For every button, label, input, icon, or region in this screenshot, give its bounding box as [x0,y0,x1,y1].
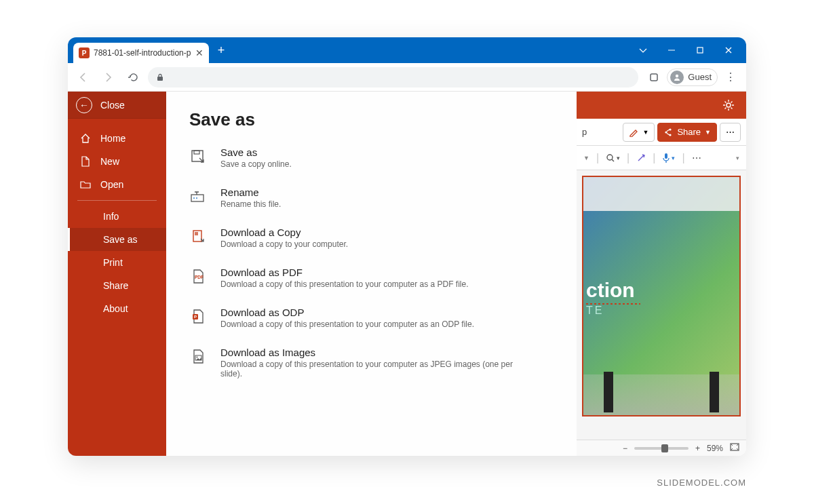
folder-icon [80,180,91,189]
option-title: Rename [220,187,281,198]
option-save-as[interactable]: Save as Save a copy online. [189,147,528,169]
odp-icon: P [189,308,207,326]
option-download-images[interactable]: Download as Images Download a copy of th… [189,347,528,379]
more-tools-icon[interactable]: ⋯ [692,153,701,163]
svg-point-19 [665,131,667,133]
dictate-mic-icon[interactable]: ▾ [662,153,675,163]
find-tool-icon[interactable]: ▾ [606,153,620,163]
download-copy-icon [189,228,207,246]
sidebar-item-save-as[interactable]: Save as [68,228,166,251]
profile-chip[interactable]: Guest [667,69,718,86]
option-title: Save as [220,147,292,158]
option-download-copy[interactable]: Download a Copy Download a copy to your … [189,227,528,249]
browser-tab[interactable]: P 7881-01-self-introduction-powe ✕ [73,43,209,63]
sidebar-item-about[interactable]: About [68,297,166,320]
tab-title: 7881-01-self-introduction-powe [94,48,191,58]
share-button[interactable]: Share ▼ [657,123,717,142]
share-icon [663,128,673,137]
sidebar-item-label: Info [103,211,119,222]
editor-topbar: p ▼ Share ▼ ⋯ [577,119,746,146]
close-label: Close [100,100,125,111]
sidebar-item-print[interactable]: Print [68,251,166,274]
browser-toolbar: Guest ⋮ [68,63,746,92]
option-rename[interactable]: Rename Rename this file. [189,187,528,209]
page-title: Save as [189,109,577,130]
reload-button[interactable] [123,69,141,86]
option-title: Download as ODP [220,307,474,318]
designer-wand-icon[interactable] [636,153,646,163]
svg-text:P: P [194,315,197,319]
sidebar-item-open[interactable]: Open [68,173,166,196]
forward-button[interactable] [99,69,117,86]
save-as-icon [189,148,207,166]
zoom-slider[interactable] [634,447,689,450]
sidebar-item-label: Home [100,133,125,144]
svg-rect-22 [665,153,667,159]
slide-subtitle-fragment: TE [586,305,640,317]
back-arrow-icon [76,97,92,113]
chevron-down-icon[interactable] [629,40,657,60]
svg-rect-1 [697,47,703,53]
close-window-button[interactable] [715,40,742,60]
address-bar[interactable] [148,67,638,88]
sidebar-item-new[interactable]: New [68,150,166,173]
option-desc: Download a copy to your computer. [220,239,348,249]
zoom-out-button[interactable]: − [623,444,627,453]
powerpoint-favicon-icon: P [79,47,90,58]
svg-point-9 [196,197,197,199]
svg-rect-2 [157,77,163,81]
option-desc: Download a copy of this presentation to … [220,360,528,379]
fit-to-window-icon[interactable] [730,443,739,453]
sidebar-item-label: Open [100,179,123,190]
save-as-pane: Save as Save as Save a copy online. Rena… [166,92,577,456]
slide-title-fragment: ction [586,279,635,301]
tab-close-icon[interactable]: ✕ [195,47,204,58]
svg-point-8 [193,197,195,199]
sidebar-item-label: Print [103,257,123,268]
option-desc: Rename this file. [220,199,281,209]
browser-titlebar: P 7881-01-self-introduction-powe ✕ + [68,37,746,63]
svg-point-17 [726,103,731,107]
editor-toolbar-row: ▼ | ▾ | | ▾ | ⋯ ▾ [577,146,746,170]
pen-mode-button[interactable]: ▼ [623,123,655,142]
svg-point-20 [670,134,672,136]
option-download-pdf[interactable]: PDF Download as PDF Download a copy of t… [189,267,528,289]
svg-text:PDF: PDF [195,275,204,279]
avatar-icon [670,71,684,84]
close-backstage-button[interactable]: Close [68,92,166,119]
toolbar-help-label: p [582,127,587,137]
zoom-level: 59% [707,444,723,453]
slide-thumbnail[interactable]: ction TE [582,176,741,416]
svg-rect-11 [195,232,198,235]
back-button[interactable] [75,69,92,86]
sidebar-divider [77,200,157,201]
extensions-icon[interactable] [645,69,663,86]
slide-preview-area: ction TE [577,170,746,440]
new-tab-button[interactable]: + [212,41,231,60]
sidebar-item-home[interactable]: Home [68,127,166,150]
profile-label: Guest [688,72,712,82]
watermark-text: SLIDEMODEL.COM [657,478,746,488]
sidebar-item-label: Save as [103,234,138,245]
svg-point-4 [676,74,678,77]
option-title: Download a Copy [220,227,348,238]
option-title: Download as Images [220,347,528,358]
app-ribbon-bar [577,92,746,119]
zoom-in-button[interactable]: + [695,444,700,453]
minimize-button[interactable] [658,40,685,60]
overflow-menu-button[interactable]: ⋯ [720,123,741,142]
lock-icon [156,73,164,81]
option-download-odp[interactable]: P Download as ODP Download a copy of thi… [189,307,528,329]
pdf-icon: PDF [189,268,207,286]
option-desc: Save a copy online. [220,159,292,169]
pen-icon [629,128,638,137]
settings-gear-icon[interactable] [719,96,738,115]
home-icon [80,133,91,144]
sidebar-item-info[interactable]: Info [68,205,166,228]
menu-dots-icon[interactable]: ⋮ [722,69,739,86]
maximize-button[interactable] [686,40,714,60]
svg-point-18 [670,128,672,130]
status-bar: − + 59% [577,440,746,456]
sidebar-item-label: Share [103,280,128,291]
sidebar-item-share[interactable]: Share [68,274,166,297]
